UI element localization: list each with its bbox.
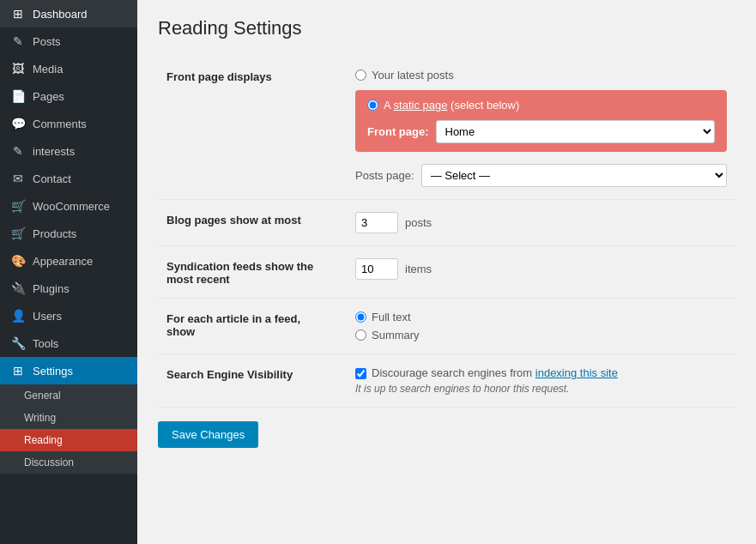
sidebar-label-appearance: Appearance [33,255,93,268]
blog-pages-row: Blog pages show at most posts [158,200,735,246]
summary-option: Summary [355,329,727,342]
sidebar-label-tools: Tools [33,337,58,350]
sidebar-item-media[interactable]: 🖼Media [0,55,137,82]
latest-posts-radio[interactable] [355,70,366,81]
settings-table: Front page displays Your latest posts A … [158,57,735,408]
sidebar-label-settings: Settings [33,365,73,378]
sidebar-label-woocommerce: WooCommerce [33,200,110,213]
blog-pages-number-row: posts [355,212,727,233]
front-page-select-row: Front page: — Select —HomeAboutContact [367,120,715,143]
sidebar-nav: ⊞Dashboard✎Posts🖼Media📄Pages💬Comments✎in… [0,0,137,384]
sidebar-item-contact[interactable]: ✉Contact [0,165,137,192]
sidebar-label-products: Products [33,227,76,240]
sidebar-label-pages: Pages [33,90,64,103]
sidebar-item-settings[interactable]: ⊞Settings [0,357,137,384]
syndication-row: Syndication feeds show the most recent i… [158,246,735,299]
sidebar-label-plugins: Plugins [33,282,70,295]
blog-pages-suffix: posts [405,216,432,229]
comments-icon: 💬 [10,117,26,130]
sidebar-label-contact: Contact [33,172,71,185]
static-page-radio[interactable] [367,100,378,111]
front-page-select[interactable]: — Select —HomeAboutContact [436,120,716,143]
front-page-select-label: Front page: [367,125,429,138]
users-icon: 👤 [10,309,26,323]
settings-submenu: GeneralWritingReadingDiscussion [0,384,137,474]
posts-page-select-row: Posts page: — Select —BlogNews [355,164,727,187]
syndication-value-cell: items [347,246,735,299]
sidebar-item-comments[interactable]: 💬Comments [0,110,137,137]
summary-label: Summary [372,329,420,342]
contact-icon: ✉ [10,172,26,185]
full-text-label: Full text [372,311,411,323]
static-page-link[interactable]: static page [394,99,448,112]
interests-icon: ✎ [10,144,26,158]
latest-posts-option: Your latest posts [355,69,727,82]
blog-pages-input[interactable] [355,212,398,233]
save-button[interactable]: Save Changes [158,421,258,448]
feed-article-label: For each article in a feed, show [158,299,347,354]
sidebar-item-users[interactable]: 👤Users [0,302,137,329]
sidebar-item-dashboard[interactable]: ⊞Dashboard [0,0,137,27]
settings-icon: ⊞ [10,364,26,378]
sidebar-item-tools[interactable]: 🔧Tools [0,329,137,357]
save-row: Save Changes [158,408,735,448]
submenu-item-general[interactable]: General [0,384,137,407]
feed-article-row: For each article in a feed, show Full te… [158,299,735,354]
pages-icon: 📄 [10,89,26,103]
sev-text: Discourage search engines from [372,366,532,379]
media-icon: 🖼 [10,62,26,76]
sidebar-item-appearance[interactable]: 🎨Appearance [0,247,137,275]
posts-page-select[interactable]: — Select —BlogNews [421,164,727,187]
static-page-label: A static page (select below) [384,99,519,112]
latest-posts-label: Your latest posts [372,69,454,82]
front-page-options-container: Your latest posts A static page (select … [355,69,727,187]
syndication-number-row: items [355,258,727,280]
sidebar-item-products[interactable]: 🛒Products [0,220,137,247]
dashboard-icon: ⊞ [10,7,26,21]
syndication-input[interactable] [355,258,398,280]
submenu-item-writing[interactable]: Writing [0,407,137,429]
feed-article-radio-group: Full text Summary [355,311,727,342]
submenu-item-discussion[interactable]: Discussion [0,451,137,474]
front-page-options: Your latest posts A static page (select … [347,57,735,200]
appearance-icon: 🎨 [10,254,26,268]
syndication-label: Syndication feeds show the most recent [158,246,347,299]
sidebar-item-plugins[interactable]: 🔌Plugins [0,275,137,302]
feed-article-options: Full text Summary [347,299,735,354]
sidebar-item-pages[interactable]: 📄Pages [0,82,137,110]
summary-radio[interactable] [355,329,366,341]
front-page-row: Front page displays Your latest posts A … [158,57,735,200]
full-text-option: Full text [355,311,727,323]
sidebar-label-users: Users [33,310,62,323]
woocommerce-icon: 🛒 [10,199,26,213]
sidebar-item-woocommerce[interactable]: 🛒WooCommerce [0,192,137,220]
posts-page-select-label: Posts page: [355,169,414,182]
static-page-suffix: (select below) [451,99,519,112]
sev-note: It is up to search engines to honor this… [355,383,727,395]
sidebar-item-interests[interactable]: ✎interests [0,137,137,165]
sidebar-label-posts: Posts [33,35,61,48]
blog-pages-label: Blog pages show at most [158,200,347,246]
posts-icon: ✎ [10,34,26,48]
sidebar-label-comments: Comments [33,118,87,130]
products-icon: 🛒 [10,227,26,240]
sev-link[interactable]: indexing this site [535,366,618,379]
sidebar-label-dashboard: Dashboard [33,8,88,21]
sidebar-label-media: Media [33,63,63,76]
submenu-item-reading[interactable]: Reading [0,429,137,451]
sidebar: ⊞Dashboard✎Posts🖼Media📄Pages💬Comments✎in… [0,0,137,544]
sev-checkbox-label: Discourage search engines from indexing … [372,366,618,379]
main-content: Reading Settings Front page displays You… [137,0,756,544]
blog-pages-value-cell: posts [347,200,735,246]
full-text-radio[interactable] [355,311,366,323]
sev-label: Search Engine Visibility [158,354,347,408]
sev-checkbox-row: Discourage search engines from indexing … [355,366,727,379]
sidebar-label-interests: interests [33,145,75,158]
static-page-option: A static page (select below) [367,99,715,112]
static-label-text: A [384,99,390,112]
page-title: Reading Settings [158,17,735,39]
syndication-suffix: items [405,263,432,275]
sidebar-item-posts[interactable]: ✎Posts [0,27,137,55]
tools-icon: 🔧 [10,336,26,350]
sev-checkbox[interactable] [355,368,366,379]
